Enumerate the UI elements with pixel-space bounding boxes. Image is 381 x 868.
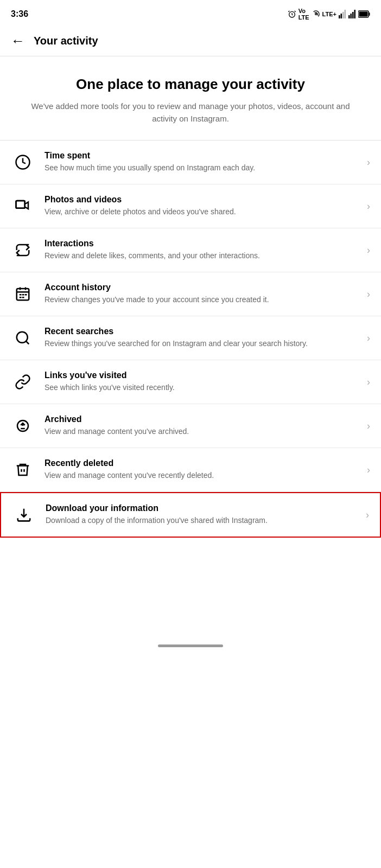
hero-section: One place to manage your activity We've … <box>0 56 381 141</box>
alarm-icon <box>288 10 296 18</box>
download-icon <box>12 503 36 527</box>
photos-videos-icon <box>11 194 35 218</box>
menu-item-time-spent[interactable]: Time spent See how much time you usually… <box>0 141 381 184</box>
menu-label-recent-searches: Recent searches <box>45 327 357 336</box>
svg-rect-7 <box>351 14 352 18</box>
signal1-icon <box>339 10 346 18</box>
menu-desc-recent-searches: Review things you've searched for on Ins… <box>45 339 357 349</box>
menu-label-time-spent: Time spent <box>45 151 357 161</box>
menu-label-archived: Archived <box>45 414 357 424</box>
hotspot-icon <box>312 10 320 18</box>
svg-rect-17 <box>20 294 22 296</box>
menu-item-download-info[interactable]: Download your information Download a cop… <box>0 492 381 538</box>
clock-icon <box>11 150 35 174</box>
hero-description: We've added more tools for you to review… <box>22 100 359 125</box>
chevron-icon: › <box>367 245 370 256</box>
menu-label-recently-deleted: Recently deleted <box>45 458 357 468</box>
svg-rect-20 <box>20 297 22 298</box>
menu-item-interactions[interactable]: Interactions Review and delete likes, co… <box>0 228 381 272</box>
svg-rect-5 <box>345 10 346 18</box>
menu-list: Time spent See how much time you usually… <box>0 141 381 538</box>
menu-label-links-visited: Links you've visited <box>45 371 357 380</box>
status-icons: VoLTE LTE+ <box>288 8 370 21</box>
calendar-icon <box>11 282 35 306</box>
signal2-icon <box>348 10 356 18</box>
menu-item-photos-videos[interactable]: Photos and videos View, archive or delet… <box>0 184 381 228</box>
interactions-icon <box>11 238 35 262</box>
menu-item-recently-deleted[interactable]: Recently deleted View and manage content… <box>0 448 381 492</box>
chevron-icon: › <box>367 376 370 388</box>
page-header: ← Your activity <box>0 26 381 56</box>
menu-desc-interactions: Review and delete likes, comments, and y… <box>45 251 357 261</box>
archive-icon <box>11 414 35 438</box>
hero-title: One place to manage your activity <box>22 76 359 93</box>
back-button[interactable]: ← <box>11 33 25 49</box>
chevron-icon: › <box>367 333 370 344</box>
menu-item-recent-searches[interactable]: Recent searches Review things you've sea… <box>0 316 381 360</box>
lte-plus-icon: LTE+ <box>322 11 336 17</box>
svg-rect-2 <box>339 15 340 18</box>
menu-item-links-visited[interactable]: Links you've visited See which links you… <box>0 360 381 404</box>
svg-rect-6 <box>348 15 350 18</box>
menu-item-archived[interactable]: Archived View and manage content you've … <box>0 404 381 448</box>
menu-desc-download-info: Download a copy of the information you'v… <box>46 515 356 526</box>
menu-desc-account-history: Review changes you've made to your accou… <box>45 295 357 305</box>
menu-desc-time-spent: See how much time you usually spend on I… <box>45 163 357 174</box>
svg-rect-9 <box>354 10 356 18</box>
chevron-icon: › <box>367 201 370 212</box>
chevron-icon: › <box>367 157 370 168</box>
chevron-icon: › <box>367 289 370 300</box>
svg-rect-11 <box>369 12 370 16</box>
menu-label-interactions: Interactions <box>45 239 357 248</box>
battery-icon <box>358 10 370 18</box>
svg-rect-14 <box>16 201 25 208</box>
home-indicator <box>158 644 223 647</box>
svg-rect-19 <box>25 294 27 296</box>
page-title: Your activity <box>34 35 98 47</box>
svg-rect-12 <box>359 12 368 17</box>
chevron-icon: › <box>367 420 370 432</box>
trash-icon <box>11 458 35 482</box>
svg-rect-3 <box>341 14 342 18</box>
svg-rect-18 <box>22 294 24 296</box>
svg-point-22 <box>17 332 28 343</box>
chevron-icon: › <box>366 509 369 521</box>
menu-label-download-info: Download your information <box>46 503 356 513</box>
link-icon <box>11 370 35 394</box>
menu-desc-photos-videos: View, archive or delete photos and video… <box>45 207 357 218</box>
svg-point-1 <box>315 14 316 15</box>
search-icon <box>11 326 35 350</box>
svg-rect-8 <box>352 12 354 18</box>
svg-rect-4 <box>342 12 344 18</box>
menu-label-photos-videos: Photos and videos <box>45 195 357 205</box>
svg-rect-15 <box>16 201 25 208</box>
menu-item-account-history[interactable]: Account history Review changes you've ma… <box>0 272 381 316</box>
svg-rect-21 <box>22 297 24 298</box>
vo-lte-icon: VoLTE <box>299 8 309 21</box>
status-bar: 3:36 VoLTE LTE+ <box>0 0 381 26</box>
chevron-icon: › <box>367 464 370 476</box>
menu-label-account-history: Account history <box>45 283 357 292</box>
menu-desc-archived: View and manage content you've archived. <box>45 426 357 437</box>
menu-desc-recently-deleted: View and manage content you've recently … <box>45 470 357 481</box>
status-time: 3:36 <box>11 9 28 19</box>
menu-desc-links-visited: See which links you've visited recently. <box>45 382 357 393</box>
